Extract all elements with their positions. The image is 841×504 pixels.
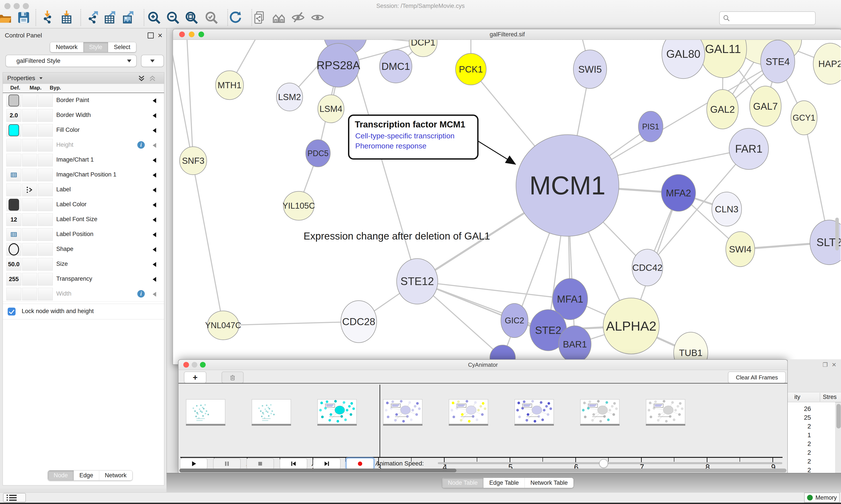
property-row-label-position[interactable]: Label Position <box>3 227 164 242</box>
timeline-playhead[interactable] <box>379 385 380 457</box>
expand-property-icon[interactable] <box>153 128 156 133</box>
frame-thumbnail-5[interactable] <box>515 399 554 424</box>
mapping-value-cell[interactable] <box>22 109 37 122</box>
bypass-value-cell[interactable] <box>38 124 53 137</box>
search-input[interactable] <box>730 14 815 23</box>
first-neighbors-icon[interactable] <box>271 10 287 25</box>
speed-slider-track[interactable] <box>438 462 782 464</box>
table-cell-value[interactable]: 1 <box>807 432 811 439</box>
tab-style[interactable]: Style <box>84 42 108 52</box>
network-node-LSM2[interactable]: LSM2 <box>276 83 303 111</box>
float-panel-icon[interactable] <box>148 32 154 38</box>
default-value-cell[interactable] <box>6 198 21 211</box>
table-column-ity[interactable]: ity <box>794 394 800 400</box>
add-frame-button[interactable]: + <box>184 372 206 383</box>
close-panel-icon[interactable]: ✕ <box>157 32 163 39</box>
frame-thumbnail-3[interactable] <box>383 399 423 424</box>
default-value-cell[interactable] <box>6 288 21 300</box>
cyanimator-titlebar[interactable]: CyAnimator <box>179 360 787 370</box>
network-node-MCM1[interactable]: MCM1 <box>516 134 619 236</box>
table-column-stress[interactable]: Stres <box>823 394 837 400</box>
network-node-GAL2[interactable]: GAL2 <box>707 90 738 129</box>
property-row-label[interactable]: Label <box>3 182 164 197</box>
expand-all-icon[interactable] <box>138 75 145 82</box>
expand-property-icon[interactable] <box>153 158 156 163</box>
export-table-icon[interactable] <box>102 10 118 25</box>
float-panel-icon[interactable]: ❐ <box>823 361 828 368</box>
zoom-in-icon[interactable] <box>146 10 162 25</box>
style-options-button[interactable] <box>141 55 164 67</box>
tab-edge-table[interactable]: Edge Table <box>484 478 525 488</box>
network-canvas[interactable]: GAL11GAL80STE4HAP2RPS28BDCP1RPS28ADMC1PC… <box>173 40 841 364</box>
table-cell-value[interactable]: 26 <box>804 405 811 413</box>
mapping-value-cell[interactable] <box>22 154 37 166</box>
mapping-value-cell[interactable] <box>22 198 37 211</box>
expand-property-icon[interactable] <box>153 98 156 103</box>
network-node-DMC1[interactable]: DMC1 <box>379 50 412 83</box>
hide-selected-icon[interactable] <box>290 10 306 25</box>
mapping-value-cell[interactable] <box>22 168 37 181</box>
export-network-icon[interactable] <box>84 10 100 25</box>
network-node-SNF3[interactable]: SNF3 <box>180 147 207 175</box>
network-node-BAR1[interactable]: BAR1 <box>559 326 591 363</box>
bypass-value-cell[interactable] <box>38 213 53 226</box>
info-icon[interactable]: i <box>137 290 145 298</box>
mapping-value-cell[interactable] <box>22 273 37 286</box>
show-all-icon[interactable] <box>310 10 325 25</box>
info-icon[interactable]: i <box>137 141 145 149</box>
property-row-size[interactable]: 50.0Size <box>3 257 164 272</box>
bypass-value-cell[interactable] <box>38 243 53 256</box>
close-panel-icon[interactable]: ✕ <box>831 361 836 368</box>
mapping-value-cell[interactable] <box>22 258 37 271</box>
expand-property-icon[interactable] <box>153 277 156 282</box>
tab-network[interactable]: Network <box>99 470 132 480</box>
refresh-icon[interactable] <box>228 10 243 25</box>
table-cell-value[interactable]: 2 <box>807 458 811 465</box>
network-node-HAP2[interactable]: HAP2 <box>813 43 841 84</box>
tab-network-table[interactable]: Network Table <box>525 478 574 488</box>
frame-thumbnail-2[interactable] <box>317 399 357 424</box>
bypass-value-cell[interactable] <box>38 94 53 107</box>
default-value-cell[interactable] <box>6 168 21 181</box>
expand-property-icon[interactable] <box>153 173 156 178</box>
network-node-CLN3[interactable]: CLN3 <box>712 192 741 226</box>
zoom-selected-icon[interactable] <box>203 10 219 25</box>
default-value-cell[interactable] <box>6 243 21 256</box>
expand-property-icon[interactable] <box>153 113 156 118</box>
default-value-cell[interactable]: 50.0 <box>6 258 21 271</box>
prev-frame-button[interactable] <box>280 458 307 469</box>
frame-thumbnail-7[interactable] <box>646 399 685 424</box>
tab-node-table[interactable]: Node Table <box>442 478 484 488</box>
network-node-MTH1[interactable]: MTH1 <box>215 71 244 100</box>
search-field[interactable] <box>719 12 816 25</box>
timeline-scrollbar[interactable] <box>179 469 786 472</box>
network-node-GCY1[interactable]: GCY1 <box>791 101 817 135</box>
expand-property-icon[interactable] <box>153 292 156 297</box>
bypass-value-cell[interactable] <box>38 228 53 241</box>
zoom-fit-icon[interactable] <box>183 10 199 25</box>
expand-property-icon[interactable] <box>153 262 156 267</box>
network-scrollbar[interactable] <box>835 218 839 250</box>
mapping-value-cell[interactable] <box>22 124 37 137</box>
network-node-STE12[interactable]: STE12 <box>397 258 438 304</box>
frame-thumbnail-4[interactable] <box>449 399 488 424</box>
pause-button[interactable] <box>213 458 241 469</box>
property-row-width[interactable]: Widthi <box>3 287 164 302</box>
bypass-value-cell[interactable] <box>38 258 53 271</box>
bypass-value-cell[interactable] <box>38 183 53 196</box>
table-cell-value[interactable]: 2 <box>807 423 811 430</box>
properties-header[interactable]: Properties <box>3 72 164 84</box>
expand-property-icon[interactable] <box>153 232 156 237</box>
animation-timeline[interactable]: 0123456789Seconds <box>179 383 786 453</box>
stop-button[interactable] <box>246 458 274 469</box>
import-network-icon[interactable] <box>39 10 55 25</box>
property-row-border-width[interactable]: 2.0Border Width <box>3 108 164 123</box>
timeline-scrollbar-thumb[interactable] <box>179 469 457 472</box>
network-node-SWI5[interactable]: SWI5 <box>573 50 607 88</box>
bypass-value-cell[interactable] <box>38 273 53 286</box>
default-value-cell[interactable]: 2.0 <box>6 109 21 122</box>
network-node-CDC28[interactable]: CDC28 <box>341 301 377 343</box>
bypass-value-cell[interactable] <box>38 109 53 122</box>
property-row-fill-color[interactable]: Fill Color <box>3 123 164 138</box>
record-button[interactable] <box>346 458 374 469</box>
